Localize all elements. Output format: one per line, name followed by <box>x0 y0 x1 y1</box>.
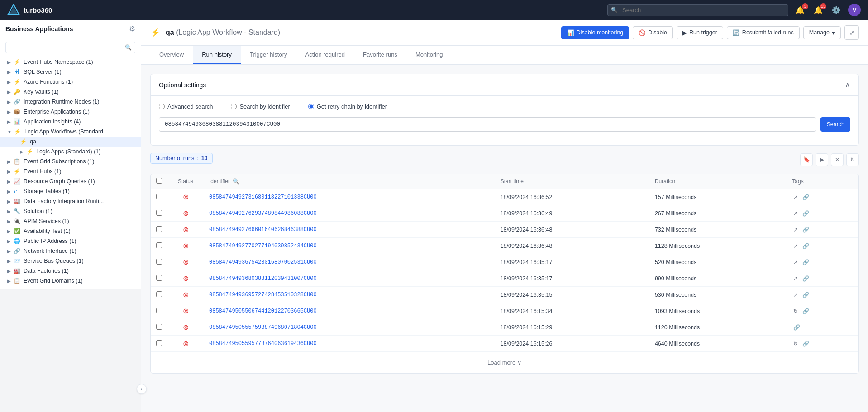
resubmit-failed-runs-button[interactable]: 🔄 Resubmit failed runs <box>727 26 800 39</box>
tab-action-required[interactable]: Action required <box>296 46 354 64</box>
link-icon[interactable]: 🔗 <box>802 243 809 249</box>
external-link-icon[interactable]: ↗ <box>793 275 798 282</box>
sidebar-item-data-factory-integration[interactable]: ▶ 🏭 Data Factory Integration Runti... <box>0 196 141 206</box>
refresh-icon[interactable]: ↻ <box>793 308 798 314</box>
disable-button[interactable]: 🚫 Disable <box>633 26 673 39</box>
table-row: ⊗ 08584749505595778764063619436CU00 18/0… <box>151 336 858 352</box>
brand-logo: turbo360 <box>7 4 52 16</box>
sidebar-item-availability-test[interactable]: ▶ ✅ Availability Test (1) <box>0 226 141 236</box>
link-icon[interactable]: 🔗 <box>793 324 800 331</box>
row-checkbox-1 <box>151 189 167 205</box>
radio-search-by-identifier[interactable]: Search by identifier <box>231 103 290 110</box>
data-factories-icon: 🏭 <box>14 268 20 274</box>
sidebar-item-service-bus-queues[interactable]: ▶ 📨 Service Bus Queues (1) <box>0 256 141 266</box>
sidebar-search-input[interactable] <box>5 42 135 53</box>
refresh-table-button[interactable]: ↻ <box>846 153 859 166</box>
external-link-icon[interactable]: ↗ <box>793 194 798 200</box>
table-row: ⊗ 08584749493680388112039431007CU00 18/0… <box>151 270 858 287</box>
sidebar-item-event-grid-subscriptions[interactable]: ▶ 📋 Event Grid Subscriptions (1) <box>0 156 141 166</box>
external-link-icon[interactable]: ↗ <box>793 210 798 217</box>
resource-type-label: (Logic App Workflow - Standard) <box>176 28 280 36</box>
link-icon[interactable]: 🔗 <box>802 227 809 233</box>
sidebar-item-sql-server[interactable]: ▶ 🗄 SQL Server (1) <box>0 67 141 77</box>
external-link-icon[interactable]: ↗ <box>793 243 798 249</box>
network-interface-icon: 🔗 <box>14 248 20 254</box>
search-button[interactable]: Search <box>820 117 850 132</box>
link-icon[interactable]: 🔗 <box>802 194 809 200</box>
sidebar-item-logic-apps-standard[interactable]: ▶ ⚡ Logic Apps (Standard) (1) <box>0 147 141 156</box>
radio-get-retry-chain-input[interactable] <box>308 104 314 109</box>
sidebar-item-event-hubs-namespace[interactable]: ▶ ⚡ Event Hubs Namespace (1) <box>0 57 141 67</box>
link-icon[interactable]: 🔗 <box>802 259 809 265</box>
tab-trigger-history[interactable]: Trigger history <box>241 46 296 64</box>
sidebar-item-solution[interactable]: ▶ 🔧 Solution (1) <box>0 206 141 216</box>
external-link-icon[interactable]: ↗ <box>793 227 798 233</box>
row-checkbox-5 <box>151 254 167 270</box>
sidebar-item-logic-app-workflows[interactable]: ▼ ⚡ Logic App Workflows (Standard... <box>0 127 141 137</box>
sidebar-item-qa[interactable]: ⚡ qa <box>0 137 141 147</box>
run-trigger-button[interactable]: ▶ Run trigger <box>677 26 723 39</box>
external-link-icon[interactable]: ↗ <box>793 292 798 298</box>
link-icon[interactable]: 🔗 <box>802 308 809 314</box>
radio-get-retry-chain[interactable]: Get retry chain by identifier <box>308 103 387 110</box>
sidebar-item-resource-graph-queries[interactable]: ▶ 📈 Resource Graph Queries (1) <box>0 176 141 186</box>
sidebar-item-public-ip[interactable]: ▶ 🌐 Public IP Address (1) <box>0 236 141 246</box>
identifier-search-input[interactable] <box>159 117 816 132</box>
link-icon[interactable]: 🔗 <box>802 275 809 282</box>
tab-run-history[interactable]: Run history <box>193 46 241 64</box>
bookmark-button[interactable]: 🔖 <box>800 153 813 166</box>
refresh-icon[interactable]: ↻ <box>793 341 798 347</box>
sidebar-tree: ▶ ⚡ Event Hubs Namespace (1) ▶ 🗄 SQL Ser… <box>0 57 141 289</box>
brand-icon <box>7 4 20 16</box>
sidebar-item-application-insights[interactable]: ▶ 📊 Application Insights (4) <box>0 117 141 127</box>
external-link-icon[interactable]: ↗ <box>793 259 798 265</box>
expand-button[interactable]: ⤢ <box>844 25 859 40</box>
collapse-sidebar-button[interactable]: ‹ <box>137 384 147 394</box>
manage-button[interactable]: Manage ▾ <box>803 26 841 39</box>
navbar-search-input[interactable] <box>607 4 788 16</box>
radio-search-by-identifier-input[interactable] <box>231 104 237 109</box>
sql-server-icon: 🗄 <box>14 69 20 75</box>
select-all-checkbox[interactable] <box>156 178 162 184</box>
azure-functions-icon: ⚡ <box>14 79 20 85</box>
settings-button[interactable]: ⚙️ <box>830 4 843 16</box>
collapse-settings-icon[interactable]: ∧ <box>845 81 850 89</box>
tab-overview[interactable]: Overview <box>150 46 193 64</box>
tab-monitoring[interactable]: Monitoring <box>406 46 452 64</box>
sidebar-item-apim-services[interactable]: ▶ 🔌 APIM Services (1) <box>0 216 141 226</box>
manage-chevron-icon: ▾ <box>832 29 835 36</box>
table-row: ⊗ 08584749492731680118227101338CU00 18/0… <box>151 189 858 205</box>
notifications-button-2[interactable]: 🔔 13 <box>812 4 825 16</box>
sidebar-item-azure-functions[interactable]: ▶ ⚡ Azure Functions (1) <box>0 77 141 87</box>
link-icon[interactable]: 🔗 <box>802 210 809 217</box>
sidebar-item-event-hubs[interactable]: ▶ ⚡ Event Hubs (1) <box>0 166 141 176</box>
tab-favorite-runs[interactable]: Favorite runs <box>354 46 406 64</box>
notifications-button-1[interactable]: 🔔 3 <box>794 4 806 16</box>
sidebar-item-integration-runtime-nodes[interactable]: ▶ 🔗 Integration Runtime Nodes (1) <box>0 97 141 107</box>
main-content: Optional settings ∧ Advanced search Sear… <box>141 65 868 412</box>
row-duration-6: 990 Milliseconds <box>649 270 787 287</box>
sidebar-item-network-interface[interactable]: ▶ 🔗 Network Interface (1) <box>0 246 141 256</box>
solution-icon: 🔧 <box>14 208 20 214</box>
sidebar-gear-icon[interactable]: ⚙ <box>129 24 135 33</box>
sidebar-item-enterprise-applications[interactable]: ▶ 📦 Enterprise Applications (1) <box>0 107 141 117</box>
load-more-button[interactable]: Load more ∨ <box>151 352 858 373</box>
identifier-search-icon[interactable]: 🔍 <box>233 178 239 185</box>
close-button[interactable]: ✕ <box>831 153 844 166</box>
duration-col-header: Duration <box>649 174 787 189</box>
radio-advanced-search[interactable]: Advanced search <box>159 103 213 110</box>
avatar[interactable]: V <box>848 4 861 16</box>
row-start-time-8: 18/09/2024 16:15:34 <box>495 303 649 319</box>
sidebar-item-data-factories[interactable]: ▶ 🏭 Data Factories (1) <box>0 266 141 276</box>
link-icon[interactable]: 🔗 <box>802 341 809 347</box>
radio-advanced-search-input[interactable] <box>159 104 165 109</box>
sidebar-item-key-vaults[interactable]: ▶ 🔑 Key Vaults (1) <box>0 87 141 97</box>
row-checkbox-3 <box>151 222 167 238</box>
identifier-col-header: Identifier 🔍 <box>204 174 495 189</box>
disable-monitoring-button[interactable]: 📊 Disable monitoring <box>561 26 630 39</box>
sidebar-item-storage-tables[interactable]: ▶ 🗃 Storage Tables (1) <box>0 186 141 196</box>
row-start-time-4: 18/09/2024 16:36:48 <box>495 238 649 254</box>
play-button[interactable]: ▶ <box>816 153 828 166</box>
link-icon[interactable]: 🔗 <box>802 292 809 298</box>
sidebar-item-event-grid-domains[interactable]: ▶ 📋 Event Grid Domains (1) <box>0 276 141 286</box>
